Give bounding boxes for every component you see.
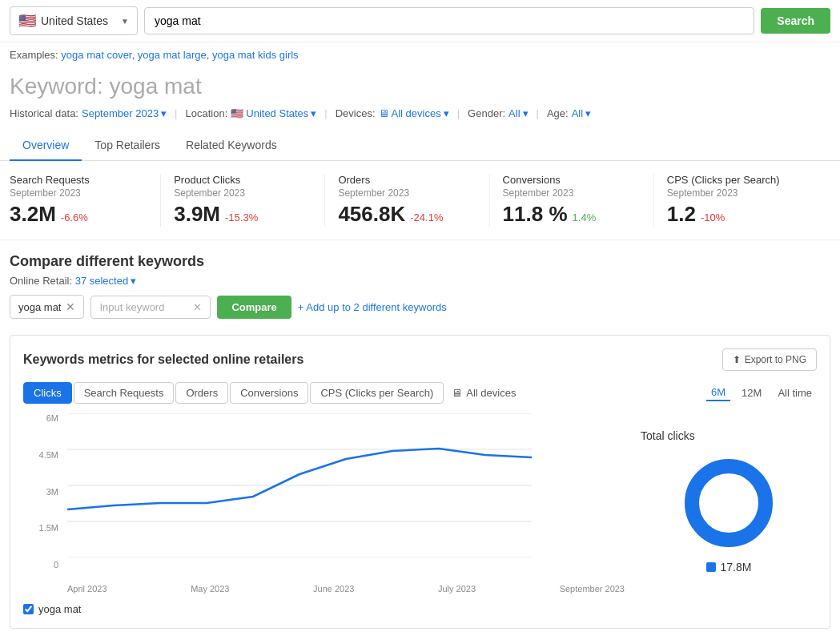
tab-top-retailers[interactable]: Top Retailers: [82, 131, 173, 161]
donut-value: 17.8M: [721, 561, 752, 574]
total-clicks-label: Total clicks: [641, 429, 695, 442]
stat-label-2: Orders: [338, 174, 476, 186]
svg-point-6: [708, 482, 750, 524]
compare-title: Compare different keywords: [10, 253, 830, 270]
stat-change-2: -24.1%: [410, 211, 443, 223]
header: 🇺🇸 United States ▼ Search: [0, 0, 840, 42]
devices-filter[interactable]: 🖥 All devices ▾: [379, 107, 449, 119]
time-btn-6m[interactable]: 6M: [706, 384, 730, 401]
chevron-down-icon: ▼: [121, 17, 129, 26]
line-chart: [67, 413, 532, 558]
age-label: Age:: [547, 107, 569, 119]
chart-panel: Keywords metrics for selected online ret…: [10, 335, 830, 629]
country-name: United States: [41, 14, 116, 27]
stat-label-4: CPS (Clicks per Search): [667, 174, 805, 186]
y-axis: 6M 4.5M 3M 1.5M 0: [23, 413, 63, 570]
donut-chart: [681, 455, 777, 551]
gender-filter[interactable]: All ▾: [508, 107, 528, 119]
upload-icon: ⬆: [733, 354, 741, 365]
y-label-0: 0: [23, 560, 58, 570]
donut-color: [706, 562, 716, 572]
chart-area: 6M 4.5M 3M 1.5M 0: [23, 413, 817, 615]
keyword-title: Keyword: yoga mat: [0, 67, 840, 103]
filter-sep-1: |: [175, 107, 177, 119]
stat-value-2: 456.8K -24.1%: [338, 202, 476, 227]
chart-side: Total clicks 17.8M: [641, 413, 817, 615]
tab-related-keywords[interactable]: Related Keywords: [173, 131, 290, 161]
stat-period-2: September 2023: [338, 187, 476, 199]
chart-title: Keywords metrics for selected online ret…: [23, 352, 303, 367]
examples: Examples: yoga mat cover, yoga mat large…: [0, 42, 840, 67]
metric-tab-orders[interactable]: Orders: [175, 382, 228, 404]
location-filter[interactable]: 🇺🇸 United States ▾: [231, 107, 316, 119]
legend-checkbox-yoga-mat[interactable]: [23, 604, 34, 614]
historical-label: Historical data:: [10, 107, 78, 119]
y-label-4_5m: 4.5M: [23, 450, 58, 460]
metric-tab-search-requests[interactable]: Search Requests: [74, 382, 175, 404]
flag-icon: 🇺🇸: [18, 12, 36, 30]
metric-tab-conversions[interactable]: Conversions: [230, 382, 308, 404]
x-label-june: June 2023: [313, 584, 354, 594]
export-button[interactable]: ⬆ Export to PNG: [722, 348, 817, 371]
search-button[interactable]: Search: [761, 8, 830, 34]
location-label: Location:: [186, 107, 228, 119]
stat-change-1: -15.3%: [225, 211, 258, 223]
compare-section: Compare different keywords Online Retail…: [0, 240, 840, 325]
x-label-april: April 2023: [67, 584, 107, 594]
stats-row: Search Requests September 2023 3.2M -6.6…: [0, 161, 840, 240]
y-label-6m: 6M: [23, 413, 58, 423]
keyword-input-2[interactable]: Input keyword ✕: [90, 296, 211, 319]
stat-period-3: September 2023: [503, 187, 641, 199]
stat-label-0: Search Requests: [10, 174, 147, 186]
x-label-september: September 2023: [560, 584, 625, 594]
filter-sep-2: |: [324, 107, 327, 119]
stat-change-4: -10%: [701, 211, 725, 223]
filters-row: Historical data: September 2023 ▾ | Loca…: [0, 103, 840, 124]
chart-wrapper: 6M 4.5M 3M 1.5M 0: [23, 413, 625, 594]
stat-search-requests: Search Requests September 2023 3.2M -6.6…: [10, 174, 161, 227]
online-retail-link[interactable]: 37 selected ▾: [75, 275, 137, 287]
example-link-3[interactable]: yoga mat kids girls: [212, 49, 299, 61]
keyword-term: yoga mat: [110, 74, 202, 99]
metric-tab-clicks[interactable]: Clicks: [23, 382, 72, 404]
stat-value-0: 3.2M -6.6%: [10, 202, 147, 227]
stat-value-4: 1.2 -10%: [667, 202, 805, 227]
search-container: [144, 7, 754, 34]
compare-inputs: yoga mat ✕ Input keyword ✕ Compare + Add…: [10, 295, 830, 319]
stat-period-4: September 2023: [667, 187, 805, 199]
tab-overview[interactable]: Overview: [10, 131, 82, 161]
gender-label: Gender:: [468, 107, 505, 119]
y-label-1_5m: 1.5M: [23, 523, 58, 533]
y-label-3m: 3M: [23, 487, 58, 497]
stat-change-3: 1.4%: [573, 211, 597, 223]
stat-product-clicks: Product Clicks September 2023 3.9M -15.3…: [174, 174, 325, 227]
keyword-tag-1-close[interactable]: ✕: [66, 300, 75, 313]
stat-conversions: Conversions September 2023 11.8 % 1.4%: [503, 174, 654, 227]
age-filter[interactable]: All ▾: [572, 107, 591, 119]
stat-cps: CPS (Clicks per Search) September 2023 1…: [667, 174, 818, 227]
device-selector[interactable]: 🖥 All devices: [452, 387, 516, 399]
historical-filter[interactable]: September 2023 ▾: [82, 107, 167, 119]
x-label-may: May 2023: [191, 584, 229, 594]
metric-tab-cps[interactable]: CPS (Clicks per Search): [310, 382, 444, 404]
search-input[interactable]: [144, 7, 754, 34]
donut-legend: 17.8M: [706, 561, 752, 574]
keyword-input-2-close[interactable]: ✕: [193, 301, 202, 313]
keyword-prefix: Keyword:: [10, 74, 103, 99]
devices-label: Devices:: [336, 107, 376, 119]
time-btn-all-time[interactable]: All time: [773, 385, 817, 401]
country-selector[interactable]: 🇺🇸 United States ▼: [10, 6, 138, 35]
time-btn-12m[interactable]: 12M: [737, 385, 766, 401]
stat-period-0: September 2023: [10, 187, 147, 199]
chart-svg-container: [67, 413, 625, 560]
keyword-tag-1: yoga mat ✕: [10, 295, 84, 319]
tabs: Overview Top Retailers Related Keywords: [0, 131, 840, 161]
compare-button[interactable]: Compare: [217, 296, 291, 319]
example-link-1[interactable]: yoga mat cover: [61, 49, 131, 61]
online-retail: Online Retail: 37 selected ▾: [10, 275, 830, 287]
example-link-2[interactable]: yoga mat large: [138, 49, 207, 61]
legend-label: yoga mat: [38, 603, 81, 615]
add-keywords-link[interactable]: + Add up to 2 different keywords: [298, 301, 447, 313]
stat-value-3: 11.8 % 1.4%: [503, 202, 641, 227]
x-label-july: July 2023: [438, 584, 476, 594]
